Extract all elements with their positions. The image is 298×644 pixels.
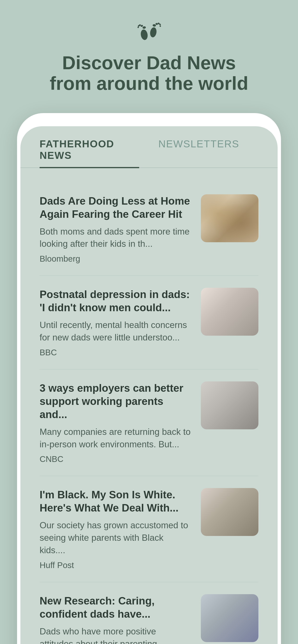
- hero-title: Discover Dad News from around the world: [35, 53, 263, 94]
- article-title: New Research: Caring, confident dads hav…: [40, 594, 191, 620]
- svg-point-6: [150, 27, 158, 38]
- tab-newsletters[interactable]: NEWSLETTERS: [158, 138, 239, 168]
- news-list: Dads Are Doing Less at Home Again Fearin…: [20, 182, 278, 644]
- news-content: Dads Are Doing Less at Home Again Fearin…: [40, 194, 201, 264]
- phone-notch: [106, 113, 192, 126]
- article-excerpt: Our society has grown accustomed to seei…: [40, 519, 191, 556]
- svg-point-5: [137, 26, 139, 28]
- news-item[interactable]: New Research: Caring, confident dads hav…: [40, 582, 258, 644]
- article-title: Dads Are Doing Less at Home Again Fearin…: [40, 194, 191, 221]
- article-excerpt: Dads who have more positive attitudes ab…: [40, 625, 191, 644]
- article-image: [201, 288, 258, 336]
- article-excerpt: Until recently, mental health concerns f…: [40, 319, 191, 344]
- news-content: New Research: Caring, confident dads hav…: [40, 594, 201, 644]
- article-excerpt: Many companies are returning back to in-…: [40, 426, 191, 451]
- news-content: Postnatal depression in dads: 'I didn't …: [40, 288, 201, 357]
- phone-shell: FATHERHOOD NEWS NEWSLETTERS Dads Are Doi…: [17, 113, 281, 644]
- tab-bar: FATHERHOOD NEWS NEWSLETTERS: [20, 138, 278, 168]
- article-image: [201, 594, 258, 642]
- article-image: [201, 194, 258, 242]
- article-title: I'm Black. My Son Is White. Here's What …: [40, 488, 191, 514]
- news-content: I'm Black. My Son Is White. Here's What …: [40, 488, 201, 570]
- article-title: 3 ways employers can better support work…: [40, 382, 191, 421]
- article-excerpt: Both moms and dads spent more time looki…: [40, 226, 191, 250]
- tab-fatherhood-news[interactable]: FATHERHOOD NEWS: [40, 138, 139, 168]
- article-title: Postnatal depression in dads: 'I didn't …: [40, 288, 191, 314]
- article-source: Huff Post: [40, 560, 191, 570]
- svg-point-1: [142, 26, 146, 29]
- news-item[interactable]: I'm Black. My Son Is White. Here's What …: [40, 476, 258, 582]
- phone-inner: FATHERHOOD NEWS NEWSLETTERS Dads Are Doi…: [20, 126, 278, 644]
- svg-point-11: [159, 25, 161, 27]
- svg-point-0: [140, 29, 148, 40]
- article-source: CNBC: [40, 454, 191, 464]
- svg-point-7: [152, 24, 156, 27]
- article-source: BBC: [40, 348, 191, 357]
- news-item[interactable]: Dads Are Doing Less at Home Again Fearin…: [40, 182, 258, 276]
- news-item[interactable]: Postnatal depression in dads: 'I didn't …: [40, 276, 258, 370]
- news-item[interactable]: 3 ways employers can better support work…: [40, 370, 258, 476]
- news-content: 3 ways employers can better support work…: [40, 382, 201, 464]
- article-source: Bloomberg: [40, 254, 191, 264]
- article-image: [201, 382, 258, 429]
- article-image: [201, 488, 258, 536]
- app-logo: [137, 19, 161, 41]
